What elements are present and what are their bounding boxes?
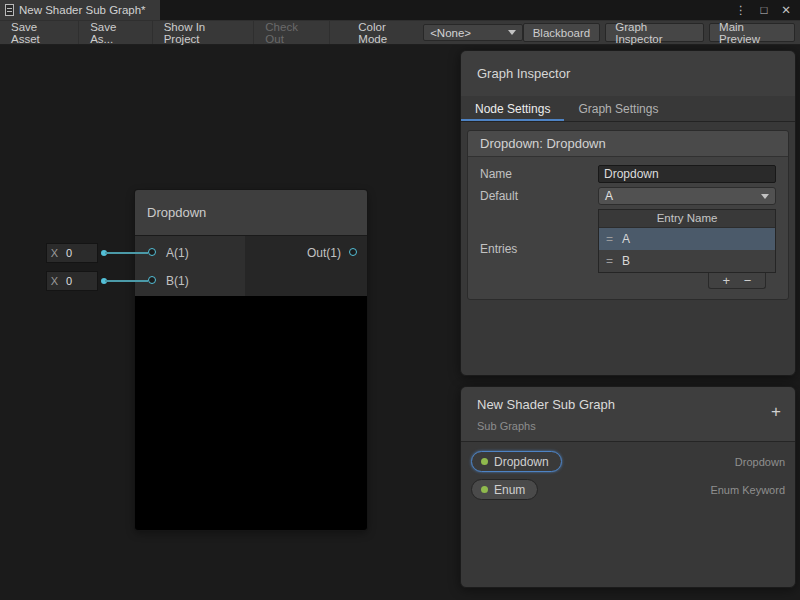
entry-row-a[interactable]: = A: [599, 228, 775, 250]
entry-name: A: [622, 232, 630, 246]
title-bar: New Shader Sub Graph* ⋮ □ ✕: [0, 0, 800, 20]
port-a-axis-label: X: [47, 247, 62, 259]
blackboard-header: New Shader Sub Graph Sub Graphs +: [461, 387, 795, 442]
graph-toolbar: Save Asset Save As... Show In Project Ch…: [0, 20, 800, 45]
check-out-button: Check Out: [254, 21, 330, 44]
section-title: Dropdown: Dropdown: [468, 131, 788, 157]
graph-inspector-panel: Graph Inspector Node Settings Graph Sett…: [460, 50, 796, 376]
inspector-tabs: Node Settings Graph Settings: [461, 96, 795, 122]
entries-list: Entry Name = A = B: [598, 209, 776, 273]
color-mode-label: Color Mode: [358, 21, 416, 45]
property-name: Enum: [494, 483, 525, 497]
tab-node-settings[interactable]: Node Settings: [461, 96, 564, 121]
node-settings-section: Dropdown: Dropdown Name Dropdown Default…: [467, 130, 789, 300]
add-entry-button[interactable]: +: [723, 274, 731, 287]
window-tab-title: New Shader Sub Graph*: [19, 4, 146, 16]
drag-handle-icon[interactable]: =: [606, 254, 613, 268]
blackboard-title: New Shader Sub Graph: [477, 397, 779, 412]
blackboard-pill-enum[interactable]: Enum: [471, 479, 538, 500]
entries-list-column: Entry Name = A = B + −: [598, 209, 776, 289]
window-controls: ⋮ □ ✕: [735, 0, 800, 20]
input-port-a-label: A(1): [166, 246, 189, 260]
maximize-icon[interactable]: □: [760, 4, 767, 16]
graph-inspector-title: Graph Inspector: [461, 51, 795, 96]
input-port-a[interactable]: [148, 248, 156, 256]
node-title: Dropdown: [147, 205, 206, 220]
tab-graph-settings[interactable]: Graph Settings: [564, 96, 672, 121]
edge-to-port-b[interactable]: [105, 280, 148, 282]
property-name: Dropdown: [494, 455, 549, 469]
remove-entry-button[interactable]: −: [744, 274, 752, 287]
input-port-b-label: B(1): [166, 274, 189, 288]
color-mode-dropdown[interactable]: <None>: [423, 24, 523, 41]
list-item: Enum Enum Keyword: [471, 479, 785, 500]
property-type: Enum Keyword: [710, 484, 785, 496]
port-b-axis-label: X: [47, 275, 62, 287]
save-asset-button[interactable]: Save Asset: [0, 21, 79, 44]
entries-list-header: Entry Name: [599, 210, 775, 228]
default-dropdown-value: A: [605, 189, 613, 203]
property-type: Dropdown: [735, 456, 785, 468]
entries-list-footer: + −: [708, 273, 766, 289]
node-header[interactable]: Dropdown: [135, 190, 367, 236]
default-dropdown[interactable]: A: [598, 187, 776, 205]
property-dot-icon: [481, 458, 488, 465]
close-icon[interactable]: ✕: [781, 3, 791, 17]
color-mode-value: <None>: [430, 27, 471, 39]
blackboard-body: Dropdown Dropdown Enum Enum Keyword: [461, 442, 795, 516]
output-port-label: Out(1): [307, 246, 341, 260]
name-field-label: Name: [480, 167, 598, 181]
output-port[interactable]: [349, 248, 357, 256]
dropdown-node[interactable]: Dropdown A(1) B(1) Out(1): [135, 190, 367, 530]
list-item: Dropdown Dropdown: [471, 451, 785, 472]
port-a-value-field[interactable]: X 0: [46, 243, 98, 263]
blackboard-toggle-button[interactable]: Blackboard: [523, 23, 601, 42]
entry-name: B: [622, 254, 630, 268]
shader-graph-file-icon: [5, 4, 14, 16]
input-port-b[interactable]: [148, 276, 156, 284]
property-dot-icon: [481, 486, 488, 493]
blackboard-pill-dropdown[interactable]: Dropdown: [471, 451, 562, 472]
section-body: Name Dropdown Default A Entries Entry Na…: [468, 157, 788, 299]
drag-handle-icon[interactable]: =: [606, 232, 613, 246]
main-preview-toggle-button[interactable]: Main Preview: [709, 23, 795, 42]
dropdown-arrow-icon: [761, 194, 769, 199]
node-ports: A(1) B(1) Out(1): [135, 236, 367, 296]
toolbar-right-group: Blackboard Graph Inspector Main Preview: [523, 23, 800, 42]
add-property-button[interactable]: +: [771, 402, 781, 422]
port-b-value-field[interactable]: X 0: [46, 271, 98, 291]
color-mode-group: Color Mode <None>: [358, 21, 522, 45]
edge-to-port-a[interactable]: [105, 252, 148, 254]
shader-graph-window: New Shader Sub Graph* ⋮ □ ✕ Save Asset S…: [0, 0, 800, 600]
port-a-value[interactable]: 0: [62, 247, 97, 259]
default-field-label: Default: [480, 189, 598, 203]
node-output-area: [245, 236, 367, 296]
node-input-area: [135, 236, 245, 296]
entry-row-b[interactable]: = B: [599, 250, 775, 272]
save-as-button[interactable]: Save As...: [79, 21, 153, 44]
dropdown-arrow-icon: [508, 30, 516, 35]
kebab-menu-icon[interactable]: ⋮: [735, 3, 747, 17]
blackboard-panel: New Shader Sub Graph Sub Graphs + Dropdo…: [460, 386, 796, 588]
blackboard-subtitle: Sub Graphs: [477, 420, 779, 432]
window-tab[interactable]: New Shader Sub Graph*: [0, 0, 160, 20]
show-in-project-button[interactable]: Show In Project: [153, 21, 255, 44]
node-preview: [135, 296, 367, 530]
entries-field-label: Entries: [480, 242, 598, 256]
port-b-value[interactable]: 0: [62, 275, 97, 287]
graph-inspector-toggle-button[interactable]: Graph Inspector: [605, 23, 704, 42]
name-input[interactable]: Dropdown: [598, 165, 776, 183]
